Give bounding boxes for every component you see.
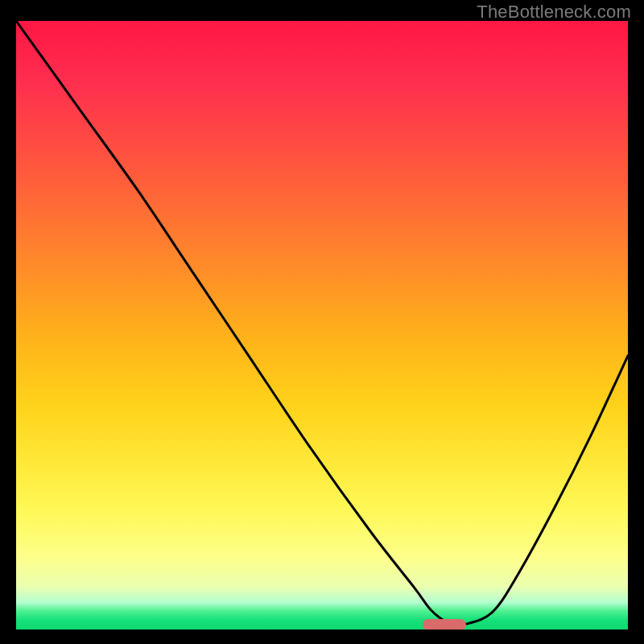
watermark-text: TheBottleneck.com [477,2,631,23]
plot-area [16,21,628,630]
bottleneck-curve [16,21,628,630]
chart-frame: TheBottleneck.com [0,0,644,644]
optimal-range-marker [423,619,465,630]
